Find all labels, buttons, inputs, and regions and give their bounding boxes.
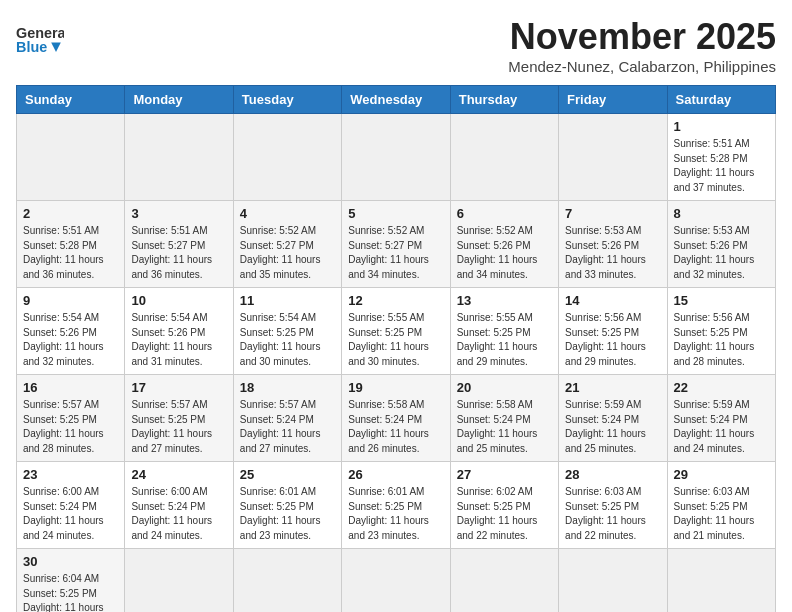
calendar-cell	[342, 114, 450, 201]
calendar-cell: 10Sunrise: 5:54 AMSunset: 5:26 PMDayligh…	[125, 288, 233, 375]
day-info: Sunrise: 5:58 AMSunset: 5:24 PMDaylight:…	[457, 398, 552, 456]
day-info: Sunrise: 5:57 AMSunset: 5:24 PMDaylight:…	[240, 398, 335, 456]
calendar-cell: 24Sunrise: 6:00 AMSunset: 5:24 PMDayligh…	[125, 462, 233, 549]
day-number: 15	[674, 293, 769, 308]
day-number: 28	[565, 467, 660, 482]
day-info: Sunrise: 6:03 AMSunset: 5:25 PMDaylight:…	[674, 485, 769, 543]
calendar-cell: 25Sunrise: 6:01 AMSunset: 5:25 PMDayligh…	[233, 462, 341, 549]
day-info: Sunrise: 5:53 AMSunset: 5:26 PMDaylight:…	[565, 224, 660, 282]
calendar-table: SundayMondayTuesdayWednesdayThursdayFrid…	[16, 85, 776, 612]
calendar-cell: 11Sunrise: 5:54 AMSunset: 5:25 PMDayligh…	[233, 288, 341, 375]
day-info: Sunrise: 5:54 AMSunset: 5:26 PMDaylight:…	[23, 311, 118, 369]
calendar-cell: 9Sunrise: 5:54 AMSunset: 5:26 PMDaylight…	[17, 288, 125, 375]
svg-marker-2	[51, 42, 61, 52]
day-number: 23	[23, 467, 118, 482]
weekday-header-wednesday: Wednesday	[342, 86, 450, 114]
generalblue-logo-icon: General Blue	[16, 16, 64, 64]
day-info: Sunrise: 5:56 AMSunset: 5:25 PMDaylight:…	[565, 311, 660, 369]
calendar-cell: 23Sunrise: 6:00 AMSunset: 5:24 PMDayligh…	[17, 462, 125, 549]
calendar-cell: 22Sunrise: 5:59 AMSunset: 5:24 PMDayligh…	[667, 375, 775, 462]
day-number: 17	[131, 380, 226, 395]
day-number: 2	[23, 206, 118, 221]
day-info: Sunrise: 5:56 AMSunset: 5:25 PMDaylight:…	[674, 311, 769, 369]
day-number: 11	[240, 293, 335, 308]
calendar-cell: 15Sunrise: 5:56 AMSunset: 5:25 PMDayligh…	[667, 288, 775, 375]
calendar-cell: 2Sunrise: 5:51 AMSunset: 5:28 PMDaylight…	[17, 201, 125, 288]
location-subtitle: Mendez-Nunez, Calabarzon, Philippines	[508, 58, 776, 75]
calendar-cell: 13Sunrise: 5:55 AMSunset: 5:25 PMDayligh…	[450, 288, 558, 375]
calendar-cell: 18Sunrise: 5:57 AMSunset: 5:24 PMDayligh…	[233, 375, 341, 462]
calendar-cell	[559, 549, 667, 613]
day-number: 1	[674, 119, 769, 134]
day-info: Sunrise: 6:02 AMSunset: 5:25 PMDaylight:…	[457, 485, 552, 543]
week-row-6: 30Sunrise: 6:04 AMSunset: 5:25 PMDayligh…	[17, 549, 776, 613]
calendar-cell: 20Sunrise: 5:58 AMSunset: 5:24 PMDayligh…	[450, 375, 558, 462]
day-number: 21	[565, 380, 660, 395]
weekday-header-sunday: Sunday	[17, 86, 125, 114]
day-info: Sunrise: 5:52 AMSunset: 5:26 PMDaylight:…	[457, 224, 552, 282]
day-number: 27	[457, 467, 552, 482]
calendar-cell: 21Sunrise: 5:59 AMSunset: 5:24 PMDayligh…	[559, 375, 667, 462]
month-title: November 2025	[508, 16, 776, 58]
week-row-4: 16Sunrise: 5:57 AMSunset: 5:25 PMDayligh…	[17, 375, 776, 462]
day-info: Sunrise: 6:04 AMSunset: 5:25 PMDaylight:…	[23, 572, 118, 612]
day-info: Sunrise: 5:53 AMSunset: 5:26 PMDaylight:…	[674, 224, 769, 282]
calendar-cell: 26Sunrise: 6:01 AMSunset: 5:25 PMDayligh…	[342, 462, 450, 549]
calendar-cell	[450, 549, 558, 613]
calendar-cell: 3Sunrise: 5:51 AMSunset: 5:27 PMDaylight…	[125, 201, 233, 288]
day-info: Sunrise: 6:01 AMSunset: 5:25 PMDaylight:…	[348, 485, 443, 543]
calendar-cell	[559, 114, 667, 201]
day-number: 8	[674, 206, 769, 221]
weekday-header-tuesday: Tuesday	[233, 86, 341, 114]
day-info: Sunrise: 6:00 AMSunset: 5:24 PMDaylight:…	[23, 485, 118, 543]
calendar-cell	[125, 549, 233, 613]
day-number: 5	[348, 206, 443, 221]
calendar-cell	[233, 549, 341, 613]
day-info: Sunrise: 6:01 AMSunset: 5:25 PMDaylight:…	[240, 485, 335, 543]
day-number: 12	[348, 293, 443, 308]
page-header: General Blue November 2025 Mendez-Nunez,…	[16, 16, 776, 75]
day-number: 6	[457, 206, 552, 221]
day-info: Sunrise: 5:54 AMSunset: 5:25 PMDaylight:…	[240, 311, 335, 369]
day-info: Sunrise: 5:52 AMSunset: 5:27 PMDaylight:…	[348, 224, 443, 282]
calendar-cell: 4Sunrise: 5:52 AMSunset: 5:27 PMDaylight…	[233, 201, 341, 288]
weekday-header-row: SundayMondayTuesdayWednesdayThursdayFrid…	[17, 86, 776, 114]
day-number: 22	[674, 380, 769, 395]
calendar-cell: 16Sunrise: 5:57 AMSunset: 5:25 PMDayligh…	[17, 375, 125, 462]
calendar-cell	[125, 114, 233, 201]
svg-text:General: General	[16, 25, 64, 41]
day-number: 9	[23, 293, 118, 308]
calendar-cell: 29Sunrise: 6:03 AMSunset: 5:25 PMDayligh…	[667, 462, 775, 549]
calendar-cell: 30Sunrise: 6:04 AMSunset: 5:25 PMDayligh…	[17, 549, 125, 613]
week-row-3: 9Sunrise: 5:54 AMSunset: 5:26 PMDaylight…	[17, 288, 776, 375]
calendar-cell: 27Sunrise: 6:02 AMSunset: 5:25 PMDayligh…	[450, 462, 558, 549]
svg-text:Blue: Blue	[16, 39, 47, 55]
day-info: Sunrise: 6:03 AMSunset: 5:25 PMDaylight:…	[565, 485, 660, 543]
day-number: 4	[240, 206, 335, 221]
day-info: Sunrise: 5:51 AMSunset: 5:28 PMDaylight:…	[23, 224, 118, 282]
day-info: Sunrise: 5:52 AMSunset: 5:27 PMDaylight:…	[240, 224, 335, 282]
day-info: Sunrise: 5:57 AMSunset: 5:25 PMDaylight:…	[131, 398, 226, 456]
day-number: 29	[674, 467, 769, 482]
calendar-cell: 17Sunrise: 5:57 AMSunset: 5:25 PMDayligh…	[125, 375, 233, 462]
calendar-cell: 12Sunrise: 5:55 AMSunset: 5:25 PMDayligh…	[342, 288, 450, 375]
weekday-header-saturday: Saturday	[667, 86, 775, 114]
day-number: 14	[565, 293, 660, 308]
day-number: 18	[240, 380, 335, 395]
calendar-cell	[450, 114, 558, 201]
day-number: 16	[23, 380, 118, 395]
day-number: 7	[565, 206, 660, 221]
day-info: Sunrise: 5:57 AMSunset: 5:25 PMDaylight:…	[23, 398, 118, 456]
day-number: 25	[240, 467, 335, 482]
day-info: Sunrise: 5:51 AMSunset: 5:27 PMDaylight:…	[131, 224, 226, 282]
day-number: 26	[348, 467, 443, 482]
week-row-5: 23Sunrise: 6:00 AMSunset: 5:24 PMDayligh…	[17, 462, 776, 549]
calendar-cell	[233, 114, 341, 201]
day-info: Sunrise: 6:00 AMSunset: 5:24 PMDaylight:…	[131, 485, 226, 543]
calendar-cell: 14Sunrise: 5:56 AMSunset: 5:25 PMDayligh…	[559, 288, 667, 375]
day-number: 13	[457, 293, 552, 308]
day-info: Sunrise: 5:51 AMSunset: 5:28 PMDaylight:…	[674, 137, 769, 195]
day-info: Sunrise: 5:59 AMSunset: 5:24 PMDaylight:…	[674, 398, 769, 456]
day-number: 30	[23, 554, 118, 569]
weekday-header-thursday: Thursday	[450, 86, 558, 114]
